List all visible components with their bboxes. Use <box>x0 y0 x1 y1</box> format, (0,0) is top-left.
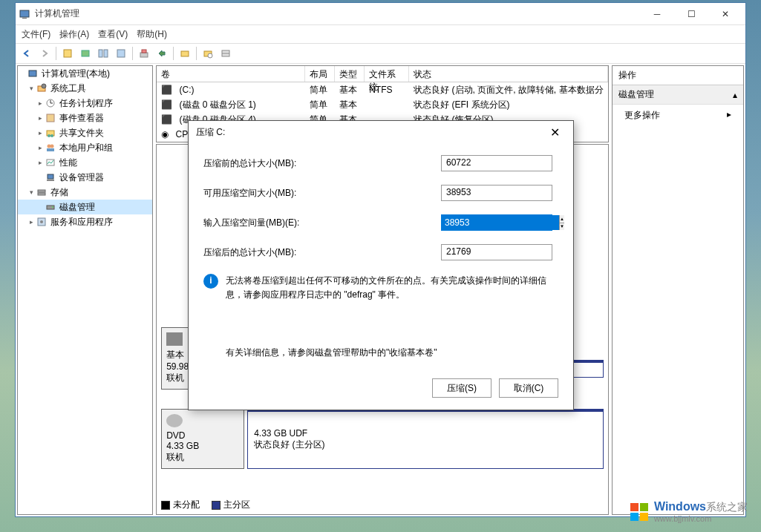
dvd-partition[interactable]: 4.33 GB UDF 状态良好 (主分区) <box>247 409 603 469</box>
disk-size: 4.33 GB <box>166 441 239 451</box>
svg-point-35 <box>40 220 43 223</box>
wm-text1: Windows <box>654 500 706 513</box>
menu-help[interactable]: 帮助(H) <box>137 28 167 41</box>
available-label: 可用压缩空间大小(MB): <box>203 187 441 200</box>
svg-rect-39 <box>640 513 648 521</box>
shrink-amount-input[interactable] <box>442 215 559 230</box>
after-label: 压缩后的总计大小(MB): <box>203 246 441 259</box>
svg-rect-20 <box>47 114 54 122</box>
col-fs[interactable]: 文件系统 <box>365 66 409 82</box>
cancel-button[interactable]: 取消(C) <box>499 378 558 398</box>
info-icon: i <box>203 274 218 289</box>
after-value: 21769 <box>441 244 552 260</box>
tree-task-scheduler[interactable]: ▸任务计划程序 <box>18 96 152 111</box>
available-value: 38953 <box>441 185 552 201</box>
close-button[interactable]: ✕ <box>708 3 742 25</box>
tree-label: 存储 <box>50 186 68 199</box>
windows-logo-icon <box>629 502 650 522</box>
tree-label: 共享文件夹 <box>59 127 104 139</box>
svg-rect-8 <box>142 50 146 53</box>
tree-label: 任务计划程序 <box>59 97 113 110</box>
svg-rect-0 <box>20 10 29 17</box>
wm-url: www.bjjmlv.com <box>654 514 748 523</box>
tree-label: 计算机管理(本地) <box>42 68 110 80</box>
menu-view[interactable]: 查看(V) <box>98 28 128 41</box>
actions-section[interactable]: 磁盘管理▴ <box>613 85 743 105</box>
disk-dvd-label[interactable]: DVD 4.33 GB 联机 <box>161 409 244 469</box>
tb-icon-9[interactable] <box>218 45 234 62</box>
toolbar <box>16 43 745 64</box>
dialog-close-button[interactable]: ✕ <box>543 121 566 143</box>
disk-type: DVD <box>166 430 239 441</box>
svg-rect-37 <box>640 503 648 511</box>
dvd-icon <box>166 414 183 427</box>
volume-row[interactable]: ⬛ (C:)简单基本NTFS状态良好 (启动, 页面文件, 故障转储, 基本数据… <box>157 82 607 97</box>
window-title: 计算机管理 <box>35 7 640 20</box>
col-type[interactable]: 类型 <box>335 66 365 82</box>
col-status[interactable]: 状态 <box>409 66 607 82</box>
spinner[interactable]: ▲▼ <box>559 215 564 230</box>
tree-label: 事件查看器 <box>59 112 104 125</box>
tree-panel[interactable]: 计算机管理(本地) ▾系统工具 ▸任务计划程序 ▸事件查看器 ▸共享文件夹 ▸本… <box>17 65 153 515</box>
tb-icon-8[interactable] <box>200 45 216 62</box>
before-label: 压缩前的总计大小(MB): <box>203 157 441 170</box>
actions-more[interactable]: 更多操作▸ <box>613 105 743 126</box>
tree-root[interactable]: 计算机管理(本地) <box>18 66 152 81</box>
info-text-1: 无法将卷压缩到超出任何不可移动的文件所在的点。有关完成该操作时间的详细信息，请参… <box>226 274 558 302</box>
tree-performance[interactable]: ▸性能 <box>18 155 152 170</box>
disk-icon <box>166 332 183 346</box>
tb-icon-3[interactable] <box>95 45 111 62</box>
svg-rect-4 <box>99 50 102 57</box>
svg-rect-2 <box>64 50 71 57</box>
maximize-button[interactable]: ☐ <box>674 3 708 25</box>
tree-device-manager[interactable]: 设备管理器 <box>18 170 152 185</box>
svg-point-11 <box>208 53 212 58</box>
svg-rect-1 <box>22 18 27 19</box>
menu-action[interactable]: 操作(A) <box>59 28 89 41</box>
tb-icon-4[interactable] <box>113 45 129 62</box>
back-button[interactable] <box>19 45 35 62</box>
col-layout[interactable]: 布局 <box>305 66 335 82</box>
tree-system-tools[interactable]: ▾系统工具 <box>18 81 152 96</box>
tb-icon-6[interactable] <box>154 45 170 62</box>
tb-icon-1[interactable] <box>59 45 76 62</box>
svg-point-25 <box>50 145 54 148</box>
tree-services-apps[interactable]: ▸服务和应用程序 <box>18 214 152 229</box>
app-icon <box>19 8 30 20</box>
minimize-button[interactable]: ─ <box>640 3 674 25</box>
tree-label: 系统工具 <box>50 82 86 95</box>
tb-icon-2[interactable] <box>77 45 94 62</box>
part-status: 状态良好 (主分区) <box>254 439 596 451</box>
shrink-button[interactable]: 压缩(S) <box>432 378 491 398</box>
svg-rect-29 <box>47 180 54 181</box>
col-volume[interactable]: 卷 <box>157 66 305 82</box>
volume-row[interactable]: ⬛ (磁盘 0 磁盘分区 1)简单基本状态良好 (EFI 系统分区) <box>157 97 607 112</box>
svg-rect-31 <box>38 193 45 195</box>
tree-event-viewer[interactable]: ▸事件查看器 <box>18 111 152 125</box>
before-value: 60722 <box>441 155 552 171</box>
svg-rect-5 <box>104 50 108 57</box>
tb-icon-5[interactable] <box>136 45 152 62</box>
legend: 未分配 主分区 <box>161 499 250 511</box>
tree-disk-management[interactable]: 磁盘管理 <box>18 200 152 214</box>
svg-rect-9 <box>181 51 189 56</box>
info-text-2: 有关详细信息，请参阅磁盘管理帮助中的"收缩基本卷" <box>226 347 558 359</box>
tree-local-users[interactable]: ▸本地用户和组 <box>18 140 152 155</box>
tree-shared-folders[interactable]: ▸共享文件夹 <box>18 125 152 140</box>
spin-down-icon: ▼ <box>560 223 564 231</box>
tree-storage[interactable]: ▾存储 <box>18 185 152 200</box>
actions-header: 操作 <box>613 66 743 85</box>
tree-label: 设备管理器 <box>59 171 104 184</box>
disk-status: 联机 <box>166 451 239 464</box>
forward-button[interactable] <box>36 45 53 62</box>
svg-rect-3 <box>82 50 89 56</box>
menu-file[interactable]: 文件(F) <box>22 28 50 41</box>
tb-icon-7[interactable] <box>177 45 193 62</box>
svg-rect-7 <box>140 53 148 57</box>
svg-rect-26 <box>47 148 54 151</box>
spin-up-icon: ▲ <box>560 215 564 223</box>
legend-primary: 主分区 <box>223 499 250 511</box>
tree-label: 本地用户和组 <box>59 142 113 154</box>
tree-label: 服务和应用程序 <box>50 216 113 229</box>
titlebar: 计算机管理 ─ ☐ ✕ <box>16 3 745 25</box>
